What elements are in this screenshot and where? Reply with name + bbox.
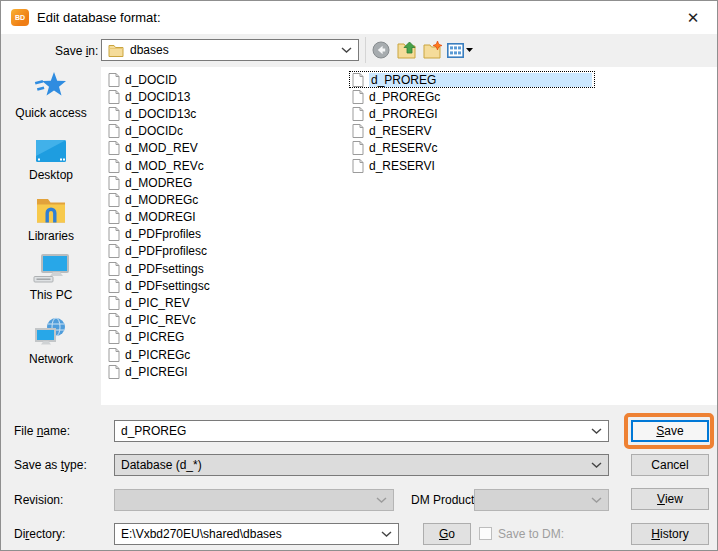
file-item[interactable]: d_RESERV [349, 123, 595, 140]
file-icon [108, 348, 120, 362]
file-list-column-2: d_PROREG d_PROREGc d_PROREGI d_RESERV d_… [349, 71, 595, 174]
revision-label: Revision: [14, 489, 63, 511]
file-icon [108, 296, 120, 310]
view-menu-icon [447, 43, 464, 58]
file-item[interactable]: d_RESERVI [349, 157, 595, 174]
file-item[interactable]: d_PICREGc [105, 346, 213, 363]
save-as-type-label: Save as type: [14, 454, 87, 476]
file-item[interactable]: d_MOD_REVc [105, 157, 213, 174]
sidebar-item-label: Quick access [15, 106, 86, 120]
save-in-value: dbases [130, 43, 335, 57]
file-item-selected[interactable]: d_PROREG [349, 71, 595, 88]
file-icon [108, 227, 120, 241]
file-item[interactable]: d_PICREGI [105, 363, 213, 380]
file-icon [352, 73, 364, 87]
dm-product-combobox [474, 489, 609, 511]
libraries-folder-icon [35, 197, 67, 224]
window-title: Edit database format: [37, 10, 161, 25]
back-icon [372, 41, 390, 59]
file-item[interactable]: d_PDFsettings [105, 260, 213, 277]
quick-access-star-icon [34, 71, 68, 101]
file-icon [352, 159, 364, 173]
file-icon [108, 176, 120, 190]
file-item[interactable]: d_MOD_REV [105, 140, 213, 157]
folder-icon [108, 44, 124, 57]
file-item[interactable]: d_DOCIDc [105, 123, 213, 140]
save-as-type-combobox[interactable]: Database (d_*) [114, 454, 609, 476]
file-item[interactable]: d_PDFprofilesc [105, 243, 213, 260]
up-one-level-icon [397, 41, 417, 59]
up-one-level-button[interactable] [395, 39, 419, 61]
file-item[interactable]: d_RESERVc [349, 140, 595, 157]
dm-product-label: DM Product [411, 489, 474, 511]
file-icon [108, 262, 120, 276]
file-item[interactable]: d_PDFsettingsc [105, 277, 213, 294]
save-to-dm-checkbox [479, 527, 492, 540]
dropdown-caret-icon [466, 48, 473, 52]
revision-combobox [114, 489, 394, 511]
file-icon [108, 210, 120, 224]
file-icon [108, 124, 120, 138]
history-button[interactable]: History [631, 523, 709, 545]
file-name-combobox[interactable]: d_PROREG [114, 420, 609, 442]
save-in-combobox[interactable]: dbases [101, 39, 359, 61]
chevron-down-icon [591, 497, 602, 503]
file-icon [352, 141, 364, 155]
save-to-dm-label: Save to DM: [498, 523, 564, 545]
file-item[interactable]: d_DOCID [105, 71, 213, 88]
cancel-button[interactable]: Cancel [631, 454, 709, 476]
file-name-label: File name: [14, 420, 70, 442]
file-item[interactable]: d_PROREGc [349, 88, 595, 105]
file-name-value: d_PROREG [121, 424, 585, 438]
sidebar-item-libraries[interactable]: Libraries [1, 197, 101, 243]
file-icon [352, 90, 364, 104]
sidebar-item-label: This PC [30, 288, 73, 302]
file-item[interactable]: d_PIC_REVc [105, 312, 213, 329]
go-button[interactable]: Go [423, 523, 471, 545]
file-list-column-1: d_DOCID d_DOCID13 d_DOCID13c d_DOCIDc d_… [105, 71, 213, 380]
file-item[interactable]: d_DOCID13c [105, 105, 213, 122]
save-button[interactable]: Save [631, 420, 709, 442]
file-item[interactable]: d_PICREG [105, 329, 213, 346]
file-item[interactable]: d_DOCID13 [105, 88, 213, 105]
chevron-down-icon [591, 428, 602, 434]
titlebar: BD Edit database format: ✕ [1, 1, 717, 34]
sidebar-item-label: Desktop [29, 168, 73, 182]
sidebar-item-this-pc[interactable]: This PC [1, 254, 101, 302]
chevron-down-icon [376, 497, 387, 503]
file-icon [108, 141, 120, 155]
sidebar-item-label: Libraries [28, 229, 74, 243]
file-icon [352, 124, 364, 138]
file-icon [108, 193, 120, 207]
sidebar-item-network[interactable]: Network [1, 317, 101, 366]
save-in-label: Save in: [55, 40, 98, 62]
file-icon [352, 107, 364, 121]
file-item[interactable]: d_PROREGI [349, 105, 595, 122]
file-item[interactable]: d_PDFprofiles [105, 226, 213, 243]
chevron-down-icon [341, 47, 352, 53]
view-button[interactable]: View [631, 488, 709, 510]
sidebar-item-desktop[interactable]: Desktop [1, 139, 101, 182]
file-item[interactable]: d_MODREGI [105, 209, 213, 226]
toolbar-separator [365, 37, 366, 63]
directory-label: Directory: [14, 523, 65, 545]
this-pc-icon [33, 254, 69, 283]
file-list: d_DOCID d_DOCID13 d_DOCID13c d_DOCIDc d_… [101, 67, 717, 405]
view-menu-button[interactable] [445, 39, 475, 61]
file-icon [108, 365, 120, 379]
back-button[interactable] [369, 39, 393, 61]
new-folder-button[interactable] [421, 39, 445, 61]
close-icon[interactable]: ✕ [683, 8, 703, 28]
file-icon [108, 90, 120, 104]
sidebar-item-quick-access[interactable]: Quick access [1, 71, 101, 120]
desktop-monitor-icon [35, 139, 67, 163]
chevron-down-icon [381, 531, 392, 537]
network-globe-icon [34, 317, 68, 347]
file-item[interactable]: d_PIC_REV [105, 294, 213, 311]
directory-combobox[interactable]: E:\Vxbd270EU\shared\dbases [114, 523, 399, 545]
file-icon [108, 244, 120, 258]
file-item[interactable]: d_MODREG [105, 174, 213, 191]
file-item[interactable]: d_MODREGc [105, 191, 213, 208]
file-icon [108, 279, 120, 293]
file-icon [108, 107, 120, 121]
